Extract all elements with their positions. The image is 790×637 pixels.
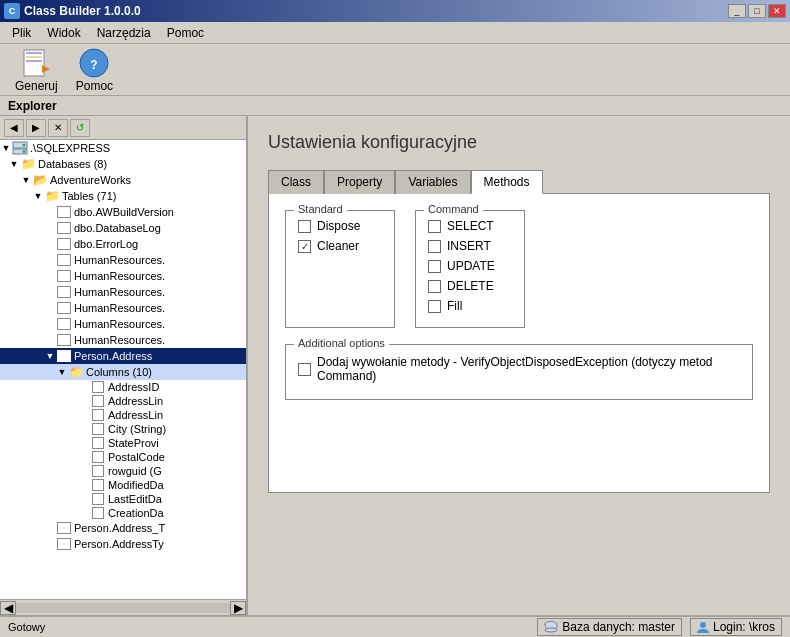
col-label: AddressID — [108, 381, 159, 393]
status-right: Baza danych: master Login: \kros — [537, 618, 782, 636]
update-checkbox[interactable] — [428, 260, 441, 273]
pomoc-icon: ? — [78, 47, 110, 79]
minimize-button[interactable]: _ — [728, 4, 746, 18]
methods-sections: Standard Dispose ✓ Cleaner Command — [285, 210, 753, 328]
scroll-left-button[interactable]: ◀ — [0, 601, 16, 615]
folder-icon: 📁 — [20, 157, 36, 171]
db-text: Baza danych: master — [562, 620, 675, 634]
col-checkbox[interactable] — [92, 437, 104, 449]
list-item[interactable]: HumanResources. — [0, 332, 246, 348]
list-item[interactable]: Person.Address_T — [0, 520, 246, 536]
list-item[interactable]: HumanResources. — [0, 268, 246, 284]
table-label: dbo.DatabaseLog — [74, 222, 161, 234]
list-item[interactable]: AddressLin — [0, 408, 246, 422]
tree-forward-button[interactable]: ▶ — [26, 119, 46, 137]
verify-exception-checkbox[interactable] — [298, 363, 311, 376]
tab-methods[interactable]: Methods — [471, 170, 543, 194]
tree-close-button[interactable]: ✕ — [48, 119, 68, 137]
list-item[interactable]: LastEditDa — [0, 492, 246, 506]
col-checkbox[interactable] — [92, 507, 104, 519]
tables-node[interactable]: ▼ 📁 Tables (71) — [0, 188, 246, 204]
table-label: HumanResources. — [74, 334, 165, 346]
list-item[interactable]: ModifiedDa — [0, 478, 246, 492]
col-checkbox[interactable] — [92, 409, 104, 421]
menu-plik[interactable]: Plik — [4, 24, 39, 42]
adventureworks-node[interactable]: ▼ 📂 AdventureWorks — [0, 172, 246, 188]
list-item[interactable]: StateProvi — [0, 436, 246, 450]
toolbar: Generuj ? Pomoc — [0, 44, 790, 96]
databases-node[interactable]: ▼ 📁 Databases (8) — [0, 156, 246, 172]
tree-scrollbar[interactable]: ◀ ▶ — [0, 599, 246, 615]
cleaner-checkbox[interactable]: ✓ — [298, 240, 311, 253]
title-bar: C Class Builder 1.0.0.0 _ □ ✕ — [0, 0, 790, 22]
list-item[interactable]: CreationDa — [0, 506, 246, 520]
expand-icon — [44, 238, 56, 250]
list-item[interactable]: dbo.DatabaseLog — [0, 220, 246, 236]
columns-node[interactable]: ▼ 📁 Columns (10) — [0, 364, 246, 380]
list-item[interactable]: AddressLin — [0, 394, 246, 408]
delete-checkbox[interactable] — [428, 280, 441, 293]
pomoc-button[interactable]: ? Pomoc — [69, 44, 120, 96]
table-icon — [56, 269, 72, 283]
insert-checkbox[interactable] — [428, 240, 441, 253]
maximize-button[interactable]: □ — [748, 4, 766, 18]
expand-icon: ▼ — [56, 366, 68, 378]
table-icon — [56, 285, 72, 299]
svg-rect-1 — [26, 52, 42, 54]
person-address-node[interactable]: ▼ Person.Address — [0, 348, 246, 364]
tree-root[interactable]: ▼ .\SQLEXPRESS — [0, 140, 246, 156]
main-area: ◀ ▶ ✕ ↺ ▼ .\SQLEXPRESS — [0, 116, 790, 615]
explorer-label: Explorer — [8, 99, 57, 113]
list-item[interactable]: rowguid (G — [0, 464, 246, 478]
list-item[interactable]: PostalCode — [0, 450, 246, 464]
table-label: Person.Address — [74, 350, 152, 362]
col-checkbox[interactable] — [92, 423, 104, 435]
expand-icon — [44, 270, 56, 282]
cleaner-label: Cleaner — [317, 239, 359, 253]
update-row: UPDATE — [428, 259, 512, 273]
table-icon — [56, 253, 72, 267]
close-button[interactable]: ✕ — [768, 4, 786, 18]
col-checkbox[interactable] — [92, 465, 104, 477]
col-checkbox[interactable] — [92, 479, 104, 491]
tab-class[interactable]: Class — [268, 170, 324, 194]
app-title: Class Builder 1.0.0.0 — [24, 4, 141, 18]
expand-icon — [44, 206, 56, 218]
list-item[interactable]: dbo.AWBuildVersion — [0, 204, 246, 220]
select-checkbox[interactable] — [428, 220, 441, 233]
list-item[interactable]: dbo.ErrorLog — [0, 236, 246, 252]
tree-refresh-button[interactable]: ↺ — [70, 119, 90, 137]
root-label: .\SQLEXPRESS — [30, 142, 110, 154]
explorer-bar: Explorer — [0, 96, 790, 116]
list-item[interactable]: HumanResources. — [0, 284, 246, 300]
fill-checkbox[interactable] — [428, 300, 441, 313]
list-item[interactable]: AddressID — [0, 380, 246, 394]
col-checkbox[interactable] — [92, 493, 104, 505]
expand-icon — [44, 286, 56, 298]
col-label: CreationDa — [108, 507, 164, 519]
menu-bar: Plik Widok Narzędzia Pomoc — [0, 22, 790, 44]
scroll-right-button[interactable]: ▶ — [230, 601, 246, 615]
tab-property[interactable]: Property — [324, 170, 395, 194]
tree-back-button[interactable]: ◀ — [4, 119, 24, 137]
list-item[interactable]: Person.AddressTy — [0, 536, 246, 552]
col-checkbox[interactable] — [92, 381, 104, 393]
dispose-checkbox[interactable] — [298, 220, 311, 233]
generuj-button[interactable]: Generuj — [8, 44, 65, 96]
tree-content[interactable]: ▼ .\SQLEXPRESS ▼ 📁 Databases (8) — [0, 140, 246, 599]
expand-icon: ▼ — [8, 158, 20, 170]
db-badge: Baza danych: master — [537, 618, 682, 636]
col-checkbox[interactable] — [92, 395, 104, 407]
list-item[interactable]: HumanResources. — [0, 316, 246, 332]
panel-title: Ustawienia konfiguracyjne — [268, 132, 770, 153]
tab-variables[interactable]: Variables — [395, 170, 470, 194]
window-controls: _ □ ✕ — [728, 4, 786, 18]
menu-pomoc[interactable]: Pomoc — [159, 24, 212, 42]
list-item[interactable]: HumanResources. — [0, 252, 246, 268]
list-item[interactable]: City (String) — [0, 422, 246, 436]
menu-narzedzia[interactable]: Narzędzia — [89, 24, 159, 42]
menu-widok[interactable]: Widok — [39, 24, 88, 42]
list-item[interactable]: HumanResources. — [0, 300, 246, 316]
col-checkbox[interactable] — [92, 451, 104, 463]
col-label: City (String) — [108, 423, 166, 435]
